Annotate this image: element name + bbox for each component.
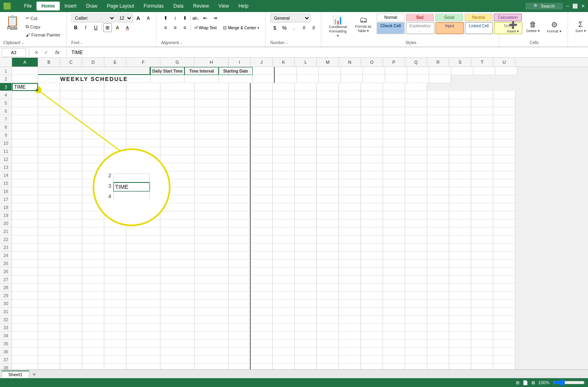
row-num-6[interactable]: 6 [0, 107, 12, 115]
cell-16[interactable] [160, 187, 195, 195]
cell-27[interactable] [82, 276, 104, 284]
cell-i2[interactable] [253, 75, 275, 83]
cell-23[interactable] [104, 243, 126, 251]
border-button[interactable]: ⊞ [103, 23, 112, 32]
cell-32[interactable] [82, 316, 104, 324]
cell-29[interactable] [229, 292, 251, 300]
cell-extra-21-11[interactable] [493, 227, 515, 235]
cell-extra-28-0[interactable] [251, 284, 273, 292]
cell-12[interactable] [60, 155, 82, 163]
cell-extra-15-5[interactable] [361, 179, 383, 187]
cell-extra-13-7[interactable] [405, 163, 427, 171]
col-header-p[interactable]: P [383, 58, 405, 67]
align-left-button[interactable]: ≡ [161, 23, 170, 32]
cell-extra-36-10[interactable] [471, 348, 493, 356]
cell-extra-9-6[interactable] [383, 131, 405, 139]
cell-14[interactable] [104, 171, 126, 179]
cell-extra-33-1[interactable] [273, 324, 295, 332]
cell-extra-23-3[interactable] [317, 243, 339, 251]
cell-extra-14-10[interactable] [471, 171, 493, 179]
cell-18[interactable] [160, 203, 195, 211]
cell-extra-16-4[interactable] [339, 187, 361, 195]
cell-extra-10-4[interactable] [339, 139, 361, 147]
cell-13[interactable] [38, 163, 60, 171]
cell-k3[interactable] [273, 83, 295, 91]
cell-21[interactable] [229, 227, 251, 235]
cell-29[interactable] [82, 292, 104, 300]
cell-extra-31-0[interactable] [251, 308, 273, 316]
row-num-30[interactable]: 30 [0, 300, 12, 308]
cell-21[interactable] [126, 227, 160, 235]
cell-extra-14-5[interactable] [361, 171, 383, 179]
cell-extra-17-0[interactable] [251, 195, 273, 203]
cell-33[interactable] [229, 324, 251, 332]
sheet-tab-1[interactable]: Sheet1 [2, 371, 29, 378]
cell-extra-30-10[interactable] [471, 300, 493, 308]
cell-extra-8-11[interactable] [493, 123, 515, 131]
style-explanatory-button[interactable]: Explanatory ... [406, 22, 434, 34]
cell-37[interactable] [38, 356, 60, 364]
cell-35[interactable] [195, 340, 229, 348]
cell-16[interactable] [82, 187, 104, 195]
cell-extra-20-3[interactable] [317, 219, 339, 227]
cell-extra-23-0[interactable] [251, 243, 273, 251]
cell-8[interactable] [38, 123, 60, 131]
cell-5[interactable] [126, 99, 160, 107]
cell-extra-35-4[interactable] [339, 340, 361, 348]
cell-extra-10-0[interactable] [251, 139, 273, 147]
cell-19[interactable] [60, 211, 82, 219]
col-header-c[interactable]: C [60, 58, 82, 67]
cell-extra-20-7[interactable] [405, 219, 427, 227]
cell-27[interactable] [60, 276, 82, 284]
cell-13[interactable] [12, 163, 38, 171]
cell-36[interactable] [104, 348, 126, 356]
cell-5[interactable] [38, 99, 60, 107]
cell-20[interactable] [82, 219, 104, 227]
cell-31[interactable] [104, 308, 126, 316]
cell-extra-17-4[interactable] [339, 195, 361, 203]
cell-extra-28-9[interactable] [449, 284, 471, 292]
insert-button[interactable]: ➕ Insert ▾ [504, 19, 522, 35]
cell-extra-4-5[interactable] [361, 91, 383, 99]
cell-extra-16-5[interactable] [361, 187, 383, 195]
cell-extra-35-7[interactable] [405, 340, 427, 348]
cell-extra-37-0[interactable] [251, 356, 273, 364]
cell-extra-5-8[interactable] [427, 99, 449, 107]
cell-extra-30-11[interactable] [493, 300, 515, 308]
cell-6[interactable] [229, 107, 251, 115]
cell-extra-31-9[interactable] [449, 308, 471, 316]
cell-extra-30-2[interactable] [295, 300, 317, 308]
cell-q2[interactable] [429, 75, 451, 83]
cell-extra-12-5[interactable] [361, 155, 383, 163]
cell-extra-16-7[interactable] [405, 187, 427, 195]
cell-18[interactable] [126, 203, 160, 211]
cell-extra-24-7[interactable] [405, 251, 427, 259]
cell-m1[interactable] [341, 67, 363, 75]
cell-extra-7-1[interactable] [273, 115, 295, 123]
cell-17[interactable] [229, 195, 251, 203]
cell-36[interactable] [60, 348, 82, 356]
cell-24[interactable] [60, 251, 82, 259]
cell-extra-23-9[interactable] [449, 243, 471, 251]
cell-extra-26-0[interactable] [251, 267, 273, 276]
cell-27[interactable] [38, 276, 60, 284]
cell-extra-24-5[interactable] [361, 251, 383, 259]
cell-extra-26-1[interactable] [273, 267, 295, 276]
cell-20[interactable] [229, 219, 251, 227]
cell-extra-5-6[interactable] [383, 99, 405, 107]
cell-28[interactable] [104, 284, 126, 292]
cell-n3[interactable] [339, 83, 361, 91]
cell-extra-6-8[interactable] [427, 107, 449, 115]
cell-4[interactable] [12, 91, 38, 99]
cell-25[interactable] [60, 259, 82, 267]
cell-extra-6-7[interactable] [405, 107, 427, 115]
row-num-29[interactable]: 29 [0, 292, 12, 300]
cell-extra-10-10[interactable] [471, 139, 493, 147]
cell-extra-26-8[interactable] [427, 267, 449, 276]
cell-4[interactable] [38, 91, 60, 99]
cell-extra-19-2[interactable] [295, 211, 317, 219]
cell-10[interactable] [104, 139, 126, 147]
row-num-25[interactable]: 25 [0, 259, 12, 267]
cell-27[interactable] [12, 276, 38, 284]
cell-extra-29-1[interactable] [273, 292, 295, 300]
